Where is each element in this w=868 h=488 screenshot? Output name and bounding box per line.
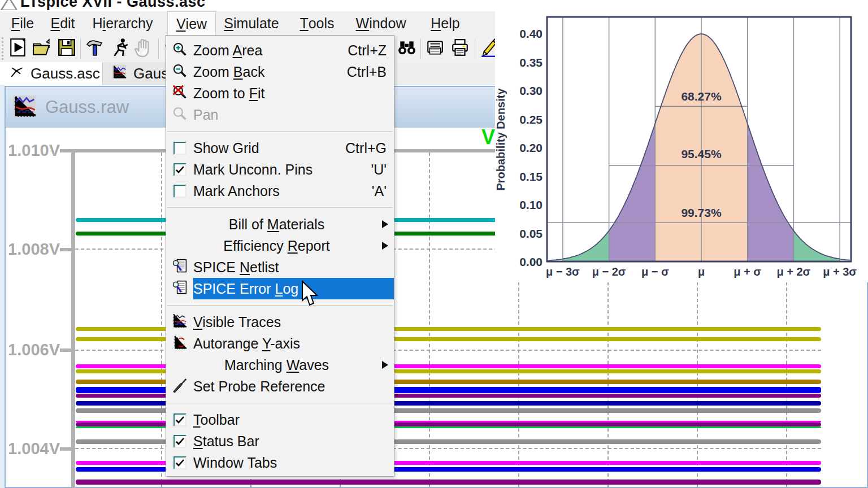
menu-item-content: Mark Unconn. Pins'U': [193, 159, 394, 180]
zoom-fit-icon: [172, 84, 188, 102]
menu-item-mark-anchors[interactable]: Mark Anchors'A': [166, 180, 394, 202]
menu-item-zoom-back[interactable]: Zoom BackCtrl+B: [166, 61, 394, 82]
run-icon: [8, 38, 28, 59]
schematic-icon: [9, 64, 24, 83]
menu-item-icon-column: [166, 256, 193, 278]
menu-item-label: Zoom Area: [193, 42, 262, 59]
toolbar-button-hammer[interactable]: [84, 38, 106, 59]
menu-item-icon-column: [166, 354, 193, 376]
svg-text:μ + 3σ: μ + 3σ: [823, 265, 857, 278]
menu-item-content: Visible Traces: [193, 311, 394, 333]
menu-item-content: Pan: [193, 104, 394, 125]
toolbar-separator: [475, 38, 475, 59]
menu-item-zoom-area[interactable]: Zoom AreaCtrl+Z: [166, 40, 394, 61]
menu-item-content: SPICE Error Log: [193, 278, 394, 299]
menu-item-marching-waves[interactable]: Marching Waves: [166, 354, 394, 376]
menubar-item-file[interactable]: File: [8, 11, 37, 35]
menu-item-label: Window Tabs: [193, 455, 277, 471]
svg-text:0.25: 0.25: [519, 113, 542, 126]
menu-item-label: Status Bar: [193, 433, 259, 450]
menu-item-label: Show Grid: [193, 140, 259, 156]
toolbar-separator: [80, 38, 81, 59]
menu-item-bill-of-materials[interactable]: Bill of Materials: [166, 213, 394, 235]
spice-doc-icon: [172, 258, 188, 276]
runner-icon: [110, 38, 129, 59]
y-axis-tick: [60, 447, 71, 451]
menu-item-label: Visible Traces: [193, 314, 281, 330]
svg-text:μ: μ: [698, 265, 705, 278]
menu-item-icon-column: [166, 159, 193, 180]
toolbar-button-pan-hand[interactable]: [132, 38, 155, 59]
toolbar-grip[interactable]: [2, 37, 3, 60]
menu-item-pan[interactable]: Pan: [166, 104, 394, 125]
trace-name-label[interactable]: V: [481, 125, 495, 149]
menu-item-status-bar[interactable]: Status Bar: [166, 430, 394, 452]
menu-item-window-tabs[interactable]: Window Tabs: [166, 452, 394, 473]
tab-label: Gauss.asc: [31, 65, 100, 82]
checked-checkbox-icon: [173, 413, 186, 426]
menu-item-toolbar[interactable]: Toolbar: [166, 409, 394, 430]
svg-text:0.35: 0.35: [519, 56, 542, 69]
toolbar-button-save[interactable]: [55, 38, 78, 59]
unchecked-checkbox-icon: [173, 142, 186, 155]
menu-item-mark-unconn-pins[interactable]: Mark Unconn. Pins'U': [166, 159, 394, 180]
svg-text:99.73%: 99.73%: [681, 206, 722, 219]
menu-item-spice-error-log[interactable]: SPICE Error Log: [166, 278, 394, 299]
menu-item-label: SPICE Netlist: [193, 259, 279, 276]
menu-item-shortcut: 'U': [371, 162, 387, 178]
menu-item-content: Autorange Y-axis: [193, 333, 394, 354]
hammer-icon: [85, 38, 105, 59]
menubar-item-edit[interactable]: Edit: [47, 11, 78, 35]
toolbar-button-runner[interactable]: [108, 38, 131, 59]
submenu-arrow-icon: [382, 220, 388, 228]
menu-item-label: Efficiency Report: [223, 238, 330, 254]
y-axis-label: 1.010V: [6, 141, 60, 160]
menu-item-icon-column: [166, 40, 193, 61]
menubar-item-simulate[interactable]: Simulate: [220, 11, 283, 35]
menu-item-icon-column: [166, 311, 193, 333]
menu-item-content: Zoom BackCtrl+B: [193, 61, 394, 82]
trace: [76, 480, 821, 485]
menu-item-icon-column: [166, 333, 193, 354]
autorange-icon: [172, 334, 188, 352]
svg-text:0.05: 0.05: [519, 227, 542, 240]
menu-item-content: Marching Waves: [193, 354, 394, 376]
menu-item-set-probe-reference[interactable]: Set Probe Reference: [166, 376, 394, 397]
menubar-item-help[interactable]: Help: [427, 11, 463, 35]
toolbar-button-run[interactable]: [7, 38, 29, 59]
menu-item-visible-traces[interactable]: Visible Traces: [166, 311, 394, 333]
menu-item-label: Bill of Materials: [229, 216, 325, 233]
menubar-item-window[interactable]: Window: [350, 11, 411, 35]
menu-item-efficiency-report[interactable]: Efficiency Report: [166, 235, 394, 256]
svg-text:μ − 2σ: μ − 2σ: [592, 265, 626, 278]
menu-item-content: Toolbar: [193, 409, 394, 430]
v-gridline: [161, 152, 162, 488]
menu-item-spice-netlist[interactable]: SPICE Netlist: [166, 256, 394, 278]
menubar-item-hierarchy[interactable]: Hierarchy: [88, 11, 157, 35]
menu-item-autorange-y-axis[interactable]: Autorange Y-axis: [166, 333, 394, 354]
menu-item-icon-column: [166, 61, 193, 82]
y-axis-label: 1.008V: [6, 240, 60, 259]
menubar-item-tools[interactable]: Tools: [296, 11, 338, 35]
menu-separator: [166, 397, 394, 409]
menu-item-label: Zoom to Fit: [193, 85, 264, 102]
svg-text:68.27%: 68.27%: [681, 90, 722, 103]
spice-doc-icon: [172, 280, 188, 298]
menu-item-content: Bill of Materials: [193, 213, 394, 235]
toolbar-button-open-folder[interactable]: [31, 38, 53, 59]
svg-text:μ − σ: μ − σ: [641, 265, 669, 278]
menu-item-zoom-to-fit[interactable]: Zoom to Fit: [166, 82, 394, 104]
toolbar-button-print[interactable]: [449, 38, 471, 59]
menu-item-icon-column: [166, 278, 193, 299]
menubar-item-view[interactable]: View: [167, 11, 216, 36]
view-dropdown-menu: Zoom AreaCtrl+ZZoom BackCtrl+BZoom to Fi…: [166, 35, 394, 477]
menu-item-content: Window Tabs: [193, 452, 394, 473]
pan-icon: [172, 106, 188, 124]
svg-text:Probability Density: Probability Density: [495, 88, 507, 191]
menu-item-show-grid[interactable]: Show GridCtrl+G: [166, 137, 394, 159]
toolbar-button-print-preview[interactable]: [424, 38, 446, 59]
menu-item-icon-column: [166, 452, 193, 473]
toolbar-button-find[interactable]: [396, 38, 418, 59]
tab-gauss-asc[interactable]: Gauss.asc: [0, 62, 103, 85]
menu-item-content: Efficiency Report: [193, 235, 394, 256]
